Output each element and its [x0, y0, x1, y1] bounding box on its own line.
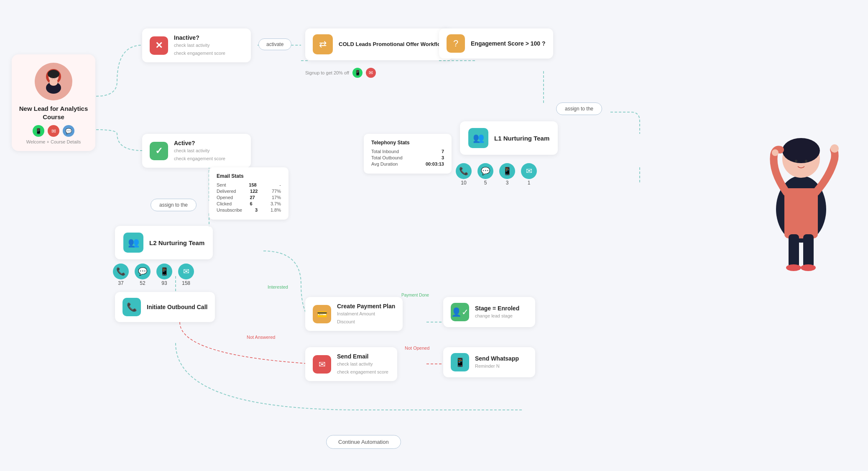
- svg-point-8: [49, 79, 58, 86]
- l2-channel-row: 📞 37 💬 52 📱 93 ✉ 158: [113, 264, 194, 286]
- payment-plan-title: Create Payment Plan: [337, 303, 395, 310]
- svg-point-6: [55, 77, 56, 78]
- send-email-sub1: check last activity: [337, 361, 388, 368]
- outbound-call-title: Initiate Outbound Call: [147, 304, 207, 310]
- stage-enroled-sub: change lead stage: [475, 312, 519, 320]
- l2-team-name: L2 Nurturing Team: [149, 239, 204, 246]
- l1-team-node[interactable]: 👥 L1 Nurturing Team: [460, 121, 558, 155]
- send-whatsapp-icon: 📱: [451, 353, 469, 371]
- svg-point-20: [772, 149, 779, 156]
- lead-subtitle: Welcome + Course Details: [18, 139, 89, 144]
- l1-chat-count: 5: [484, 180, 487, 186]
- promo-whatsapp-icon[interactable]: 📱: [352, 68, 363, 78]
- inactive-title: Inactive?: [174, 34, 225, 41]
- outbound-call-icon: 📞: [123, 298, 141, 316]
- l2-email-count: 158: [182, 280, 190, 286]
- l1-email-icon[interactable]: ✉: [521, 163, 537, 179]
- l2-chat-count: 52: [140, 280, 145, 286]
- cold-leads-title: COLD Leads Promotional Offer Workflow: [339, 41, 445, 48]
- not-opened-label: Not Opened: [405, 346, 429, 351]
- l2-wa-count: 93: [161, 280, 167, 286]
- l1-team-icon: 👥: [468, 128, 488, 148]
- inactive-node[interactable]: ✕ Inactive? check last activity check en…: [142, 28, 251, 62]
- email-stats-card: Email Stats Sent 158 - Delivered 122 77%…: [209, 167, 288, 220]
- lead-title: New Lead for Analytics Course: [18, 105, 89, 121]
- engagement-icon: ?: [447, 34, 465, 53]
- l2-team-icon: 👥: [123, 233, 143, 253]
- active-sub2: check engagement score: [174, 155, 225, 162]
- send-email-title: Send Email: [337, 353, 388, 360]
- cold-leads-node[interactable]: ⇄ COLD Leads Promotional Offer Workflow: [305, 28, 452, 60]
- active-title: Active?: [174, 140, 225, 146]
- payment-plan-sub1: Instalment Amount: [337, 310, 395, 317]
- send-whatsapp-sub: Reminder N: [475, 363, 519, 370]
- l1-wa-icon[interactable]: 📱: [499, 163, 515, 179]
- not-answered-label: Not Answered: [247, 335, 275, 340]
- payment-plan-icon: 💳: [313, 305, 331, 323]
- assign-button-top[interactable]: assign to the: [556, 102, 602, 115]
- l1-phone-icon[interactable]: 📞: [456, 163, 472, 179]
- l2-chat-icon[interactable]: 💬: [135, 264, 151, 279]
- promo-email-icon[interactable]: ✉: [366, 68, 376, 78]
- active-node[interactable]: ✓ Active? check last activity check enga…: [142, 134, 251, 168]
- email-row-sent: Sent 158 -: [217, 182, 281, 187]
- l1-channel-row: 📞 10 💬 5 📱 3 ✉ 1: [456, 163, 537, 186]
- send-email-node[interactable]: ✉ Send Email check last activity check e…: [305, 347, 397, 381]
- send-email-sub2: check engagement score: [337, 369, 388, 376]
- l2-wa-icon[interactable]: 📱: [156, 264, 172, 279]
- svg-point-19: [801, 264, 816, 271]
- payment-plan-node[interactable]: 💳 Create Payment Plan Instalment Amount …: [305, 297, 403, 331]
- lead-node[interactable]: New Lead for Analytics Course 📱 ✉ 💬 Welc…: [12, 54, 95, 151]
- stage-enroled-icon: 👤✓: [451, 303, 469, 321]
- l1-chat-icon[interactable]: 💬: [477, 163, 493, 179]
- telephony-stats-card: Telephony Stats Total Inbound 7 Total Ou…: [364, 134, 452, 174]
- lead-whatsapp-icon[interactable]: 📱: [33, 125, 44, 137]
- l2-channel-email: ✉ 158: [178, 264, 194, 286]
- telephony-row-2: Avg Duration 00:03:13: [371, 161, 444, 166]
- stage-enroled-node[interactable]: 👤✓ Stage = Enroled change lead stage: [443, 297, 535, 327]
- engagement-node[interactable]: ? Engagement Score > 100 ?: [439, 28, 553, 59]
- svg-point-18: [786, 264, 801, 271]
- telephony-row-0: Total Inbound 7: [371, 149, 444, 154]
- email-stats-title: Email Stats: [217, 173, 281, 179]
- stage-enroled-title: Stage = Enroled: [475, 305, 519, 312]
- svg-point-4: [55, 71, 58, 76]
- telephony-row-1: Total Outbound 3: [371, 155, 444, 160]
- svg-point-11: [782, 138, 820, 163]
- activate-button[interactable]: activate: [258, 38, 291, 50]
- engagement-title: Engagement Score > 100 ?: [471, 40, 546, 47]
- email-row-clicked: Clicked 6 3.7%: [217, 201, 281, 206]
- l2-channel-chat: 💬 52: [135, 264, 151, 286]
- l1-email-count: 1: [528, 180, 531, 186]
- lead-sms-icon[interactable]: 💬: [63, 125, 74, 137]
- lead-avatar: [35, 63, 72, 100]
- svg-point-13: [805, 160, 807, 162]
- l1-channel-chat: 💬 5: [477, 163, 493, 186]
- payment-done-label: Payment Done: [401, 293, 429, 297]
- send-whatsapp-node[interactable]: 📱 Send Whatsapp Reminder N: [443, 347, 535, 377]
- send-whatsapp-title: Send Whatsapp: [475, 355, 519, 362]
- lead-icons: 📱 ✉ 💬: [18, 125, 89, 137]
- l2-email-icon[interactable]: ✉: [178, 264, 194, 279]
- l2-team-node[interactable]: 👥 L2 Nurturing Team: [115, 226, 213, 259]
- svg-point-12: [795, 160, 797, 162]
- l2-channel-wa: 📱 93: [156, 264, 172, 286]
- person-illustration: [743, 75, 860, 276]
- continue-automation-button[interactable]: Continue Automation: [326, 435, 401, 449]
- l1-team-name: L1 Nurturing Team: [494, 135, 549, 142]
- svg-point-5: [51, 77, 53, 78]
- lead-email-icon[interactable]: ✉: [48, 125, 59, 137]
- l2-channel-phone: 📞 37: [113, 264, 129, 286]
- email-row-delivered: Delivered 122 77%: [217, 189, 281, 194]
- active-icon: ✓: [150, 142, 168, 160]
- assign-button-left[interactable]: assign to the: [151, 199, 197, 211]
- payment-plan-sub2: Discount: [337, 318, 395, 325]
- svg-rect-17: [803, 234, 814, 268]
- email-row-opened: Opened 27 17%: [217, 195, 281, 200]
- svg-rect-16: [789, 234, 799, 268]
- outbound-call-node[interactable]: 📞 Initiate Outbound Call: [115, 292, 215, 322]
- svg-rect-15: [784, 188, 818, 238]
- inactive-icon: ✕: [150, 36, 168, 55]
- svg-point-3: [49, 71, 52, 76]
- l2-phone-icon[interactable]: 📞: [113, 264, 129, 279]
